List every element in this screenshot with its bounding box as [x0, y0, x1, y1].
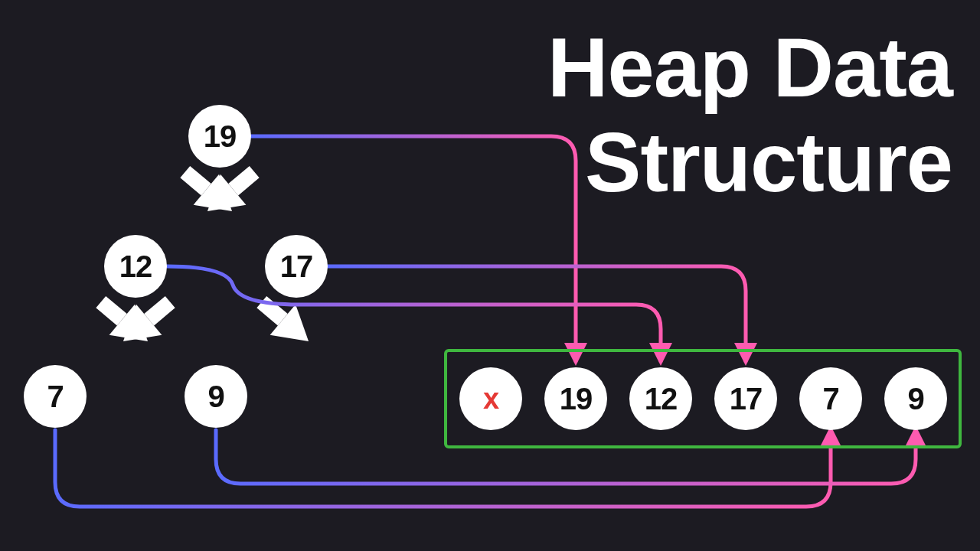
array-cell-1: 19 [544, 367, 607, 430]
array-cell-3: 17 [714, 367, 777, 430]
map-12 [167, 266, 661, 361]
array-cell-4: 7 [799, 367, 862, 430]
array-cell-0: x [459, 367, 522, 430]
tree-node-19: 19 [188, 105, 251, 168]
tree-node-7: 7 [24, 365, 87, 428]
tree-node-12: 12 [104, 235, 167, 298]
array-cell-2: 12 [629, 367, 692, 430]
mapping-connectors [55, 136, 916, 507]
array-cell-5: 9 [884, 367, 947, 430]
map-17 [326, 266, 746, 361]
tree-node-9: 9 [185, 365, 247, 428]
tree-node-17: 17 [265, 235, 328, 298]
